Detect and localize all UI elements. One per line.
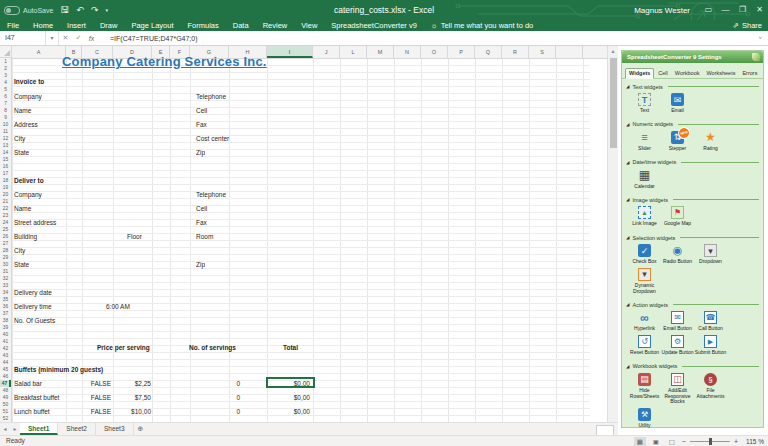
sheet-tab-sheet1[interactable]: Sheet1 <box>20 423 58 435</box>
pane-section-header[interactable]: ◢Selection widgets <box>626 233 759 242</box>
ribbon-tab-formulas[interactable]: Formulas <box>181 20 226 31</box>
row-header-52[interactable]: 52 <box>0 415 11 422</box>
sheet-cell[interactable]: 0 <box>236 408 240 416</box>
sheet-cell[interactable]: Telephone <box>196 93 226 101</box>
column-header-O[interactable]: O <box>421 46 448 58</box>
row-header-28[interactable]: 28 <box>0 247 11 254</box>
row-header-29[interactable]: 29 <box>0 254 11 261</box>
row-header-6[interactable]: 6 <box>0 93 11 100</box>
select-all-corner[interactable] <box>0 46 12 58</box>
enter-icon[interactable]: ✓ <box>72 34 85 42</box>
sheet-cell[interactable]: Cost center <box>196 135 229 143</box>
widget-utility-widget[interactable]: ⚒Utility <box>628 408 661 429</box>
sheet-cell[interactable]: 0 <box>236 380 240 388</box>
sheet-cell[interactable]: $7,50 <box>135 394 151 402</box>
vertical-scrollbar[interactable]: ▲ <box>607 46 618 422</box>
row-header-18[interactable]: 18 <box>0 177 11 184</box>
zoom-in-icon[interactable]: + <box>734 438 738 445</box>
normal-view-icon[interactable]: ▦ <box>634 437 646 446</box>
sheet-cell[interactable]: Fax <box>196 219 207 227</box>
row-header-49[interactable]: 49 <box>0 394 11 401</box>
row-header-35[interactable]: 35 <box>0 296 11 303</box>
sheet-cell[interactable]: Delivery time <box>14 303 52 311</box>
column-header-M[interactable]: M <box>367 46 394 58</box>
ribbon-tab-view[interactable]: View <box>294 20 324 31</box>
sheet-cell[interactable]: Delivery date <box>14 289 52 297</box>
row-header-26[interactable]: 26 <box>0 233 11 240</box>
sheet-cell[interactable]: $0,00 <box>294 394 310 402</box>
row-header-15[interactable]: 15 <box>0 156 11 163</box>
sheet-cell[interactable]: 6:00 AM <box>106 303 130 311</box>
row-header-25[interactable]: 25 <box>0 226 11 233</box>
sheet-cell[interactable]: Name <box>14 205 31 213</box>
row-header-20[interactable]: 20 <box>0 191 11 198</box>
row-header-45[interactable]: 45 <box>0 366 11 373</box>
row-header-7[interactable]: 7 <box>0 100 11 107</box>
sheet-cell[interactable]: Salad bar <box>14 380 42 388</box>
column-header-Q[interactable]: Q <box>475 46 502 58</box>
widget-radio-button-widget[interactable]: ◉Radio Button <box>661 244 694 265</box>
row-header-22[interactable]: 22 <box>0 205 11 212</box>
row-header-9[interactable]: 9 <box>0 114 11 121</box>
row-header-13[interactable]: 13 <box>0 142 11 149</box>
row-header-41[interactable]: 41 <box>0 338 11 345</box>
zoom-level[interactable]: 115 % <box>742 438 764 445</box>
share-button[interactable]: ⇗ Share <box>733 20 762 31</box>
widget-dynamic-dropdown-widget[interactable]: ▾Dynamic Dropdown <box>628 268 661 295</box>
row-header-24[interactable]: 24 <box>0 219 11 226</box>
row-header-42[interactable]: 42 <box>0 345 11 352</box>
widget-stepper-widget[interactable]: ⇅NEWStepper <box>661 131 694 152</box>
row-header-46[interactable]: 46 <box>0 373 11 380</box>
column-header-J[interactable]: J <box>313 46 340 58</box>
column-header-R[interactable]: R <box>502 46 529 58</box>
ribbon-tab-draw[interactable]: Draw <box>93 20 125 31</box>
widget-rating-widget[interactable]: ★Rating <box>694 131 727 152</box>
pane-section-header[interactable]: ◢Text widgets <box>626 82 759 91</box>
sheet-cell[interactable]: Name <box>14 107 31 115</box>
ribbon-tab-spreadsheetconverter-v9[interactable]: SpreadsheetConverter v9 <box>324 20 423 31</box>
sheet-cell[interactable]: FALSE <box>91 380 111 388</box>
column-header-P[interactable]: P <box>448 46 475 58</box>
row-header-32[interactable]: 32 <box>0 275 11 282</box>
ribbon-tab-insert[interactable]: Insert <box>60 20 93 31</box>
row-header-23[interactable]: 23 <box>0 212 11 219</box>
row-header-11[interactable]: 11 <box>0 128 11 135</box>
row-header-47[interactable]: 47 <box>0 380 11 387</box>
widget-google-map-widget[interactable]: ⚑Google Map <box>661 206 694 227</box>
row-header-31[interactable]: 31 <box>0 268 11 275</box>
row-header-12[interactable]: 12 <box>0 135 11 142</box>
sheet-cell[interactable]: Fax <box>196 121 207 129</box>
row-header-33[interactable]: 33 <box>0 282 11 289</box>
column-header-A[interactable]: A <box>12 46 66 58</box>
ribbon-tab-home[interactable]: Home <box>26 20 60 31</box>
vertical-scroll-thumb[interactable] <box>610 58 617 148</box>
row-header-4[interactable]: 4 <box>0 79 11 86</box>
row-header-10[interactable]: 10 <box>0 121 11 128</box>
cancel-icon[interactable]: ✕ <box>59 34 72 42</box>
column-header-S[interactable]: S <box>529 46 556 58</box>
column-header-L[interactable]: L <box>340 46 367 58</box>
sheet-cell[interactable]: Room <box>196 233 213 241</box>
widget-update-button-widget[interactable]: ⚙Update Button <box>661 335 694 356</box>
row-header-30[interactable]: 30 <box>0 261 11 268</box>
sheet-cell[interactable]: Invoice to <box>14 78 44 86</box>
pane-tab-widgets[interactable]: Widgets <box>625 68 654 79</box>
sheet-tab-sheet3[interactable]: Sheet3 <box>96 423 134 435</box>
sheet-title-text[interactable]: Company Catering Services Inc. <box>62 54 267 69</box>
row-header-36[interactable]: 36 <box>0 303 11 310</box>
restore-button[interactable]: ❐ <box>734 0 751 20</box>
widget-hyperlink-widget[interactable]: ∞Hyperlink <box>628 311 661 332</box>
row-header-48[interactable]: 48 <box>0 387 11 394</box>
worksheet-grid[interactable]: ABCDEFGHIJLMNOPQRS 123456789101112131415… <box>0 46 618 422</box>
sheet-cell[interactable]: Company <box>14 93 42 101</box>
sheet-cell[interactable]: Deliver to <box>14 177 44 185</box>
ribbon-display-options-icon[interactable]: ▭ <box>700 0 717 20</box>
row-header-27[interactable]: 27 <box>0 240 11 247</box>
sheet-cell[interactable]: No. Of Guests <box>14 317 55 325</box>
row-header-16[interactable]: 16 <box>0 163 11 170</box>
expand-formula-bar-icon[interactable]: ˅ <box>758 35 762 41</box>
pane-tab-errors[interactable]: Errors <box>739 69 760 78</box>
sheet-cell[interactable]: Cell <box>196 107 207 115</box>
sheet-cell[interactable]: $2,25 <box>135 380 151 388</box>
sheet-cell[interactable]: Company <box>14 191 42 199</box>
